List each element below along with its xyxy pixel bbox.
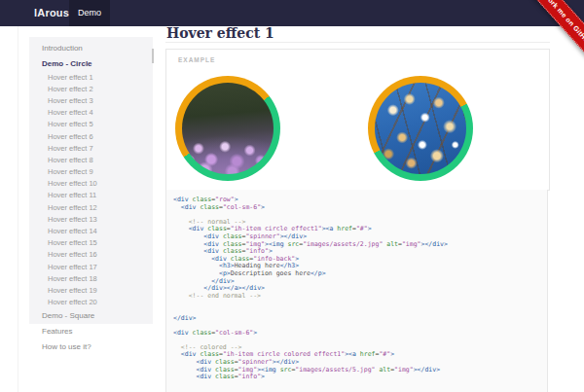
sidebar-item-introduction[interactable]: Introduction [29, 40, 153, 55]
sidebar-item-hover-effect-12[interactable]: Hover effect 12 [29, 201, 153, 213]
title-divider [165, 42, 550, 43]
sidebar-item-hover-effect-16[interactable]: Hover effect 16 [29, 249, 153, 261]
code-line [173, 307, 547, 315]
sidebar-item-hover-effect-5[interactable]: Hover effect 5 [29, 119, 153, 130]
code-line: <div class="col-sm-6"> [173, 330, 547, 338]
sidebar-item-hover-effect-20[interactable]: Hover effect 20 [29, 297, 153, 308]
navbar: lArouse Demo [0, 0, 584, 26]
sidebar-item-features[interactable]: Features [29, 324, 153, 339]
sidebar-item-hover-effect-1[interactable]: Hover effect 1 [29, 71, 153, 83]
sidebar-item-hover-effect-13[interactable]: Hover effect 13 [29, 213, 153, 225]
hover-item-colored[interactable] [368, 76, 473, 181]
code-line: <!-- end normal --> [173, 293, 547, 301]
sidebar-item-hover-effect-8[interactable]: Hover effect 8 [29, 154, 153, 165]
container-left-border [18, 26, 18, 392]
sidebar-item-hover-effect-19[interactable]: Hover effect 19 [29, 284, 153, 296]
nav-item-demo[interactable]: Demo [69, 0, 110, 26]
code-line: </div> [173, 315, 547, 323]
sidebar-scrollbar-thumb[interactable] [152, 49, 154, 63]
sidebar-item-hover-effect-11[interactable]: Hover effect 11 [29, 190, 153, 201]
sidebar-item-hover-effect-2[interactable]: Hover effect 2 [29, 83, 153, 94]
sidebar-item-hover-effect-14[interactable]: Hover effect 14 [29, 225, 153, 236]
sidebar-item-hover-effect-3[interactable]: Hover effect 3 [29, 94, 153, 106]
sidebar-item-hover-effect-15[interactable]: Hover effect 15 [29, 237, 153, 249]
code-line [173, 300, 547, 307]
photo-purple-flowers [182, 83, 274, 174]
page-title: Hover effect 1 [166, 25, 274, 41]
sidebar-item-hover-effect-6[interactable]: Hover effect 6 [29, 130, 153, 142]
sidebar-item-hover-effect-9[interactable]: Hover effect 9 [29, 166, 153, 178]
sidebar-item-demo-circle[interactable]: Demo - Circle [29, 55, 153, 71]
sidebar-item-hover-effect-18[interactable]: Hover effect 18 [29, 272, 153, 284]
sidebar-nav: IntroductionDemo - CircleHover effect 1H… [29, 37, 153, 324]
sidebar-item-hover-effect-10[interactable]: Hover effect 10 [29, 178, 153, 190]
sidebar-item-hover-effect-17[interactable]: Hover effect 17 [29, 261, 153, 272]
sidebar-item-how-to-use-it[interactable]: How to use it? [29, 339, 153, 355]
code-block: <div class="row"> <div class="col-sm-6">… [165, 190, 548, 392]
code-line: <div class="col-sm-6"> [173, 204, 547, 212]
sidebar-item-hover-effect-4[interactable]: Hover effect 4 [29, 107, 153, 119]
sidebar-item-hover-effect-7[interactable]: Hover effect 7 [29, 142, 153, 154]
example-label: EXAMPLE [178, 56, 215, 63]
example-panel: EXAMPLE [165, 49, 550, 191]
code-lines: <div class="row"> <div class="col-sm-6">… [173, 196, 547, 381]
hover-item-normal[interactable] [175, 76, 280, 181]
sidebar-item-demo-square[interactable]: Demo - Square [29, 308, 153, 324]
photo-blue-blossoms [375, 83, 466, 174]
code-line: <div class="info"> [173, 374, 547, 381]
